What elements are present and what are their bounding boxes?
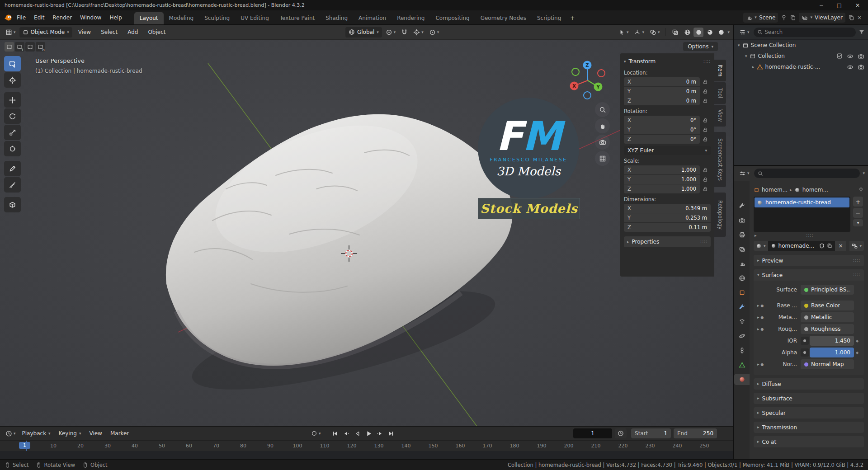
roughness-button[interactable]: Roughness [801,324,854,334]
new-scene-icon[interactable] [790,14,796,21]
select-mode-intersect-icon[interactable]: ∩ [36,42,45,52]
shading-solid-icon[interactable] [693,28,703,37]
workspace-tab-animation[interactable]: Animation [353,12,392,24]
disable-render-camera-icon[interactable] [858,64,864,70]
panel-grip-icon[interactable]: ∷∷ [853,258,860,263]
next-keyframe-icon[interactable] [375,429,385,438]
dimensions-y-field[interactable]: Y0.253 m [624,213,711,222]
normal-map-button[interactable]: Normal Map [801,359,854,369]
scene-selector[interactable]: ▾ Scene [743,13,778,23]
alpha-slider[interactable]: 1.000 [810,348,854,357]
keyframe-decorator-icon[interactable]: ◆ [854,339,860,343]
add-cube-tool[interactable] [4,197,21,212]
current-frame-badge[interactable]: 1 [19,442,30,449]
slot-specials-button[interactable]: ▾ [853,219,863,226]
material-nodes-button[interactable]: ▾ [849,241,864,251]
frame-end-field[interactable]: End250 [674,428,717,438]
selectability-button[interactable]: ▾ [617,29,631,36]
lock-icon[interactable] [700,167,711,173]
rotation-y-field[interactable]: Y0° [624,125,700,134]
surface-panel-header[interactable]: ▾ Surface ∷∷ [754,269,864,281]
panel-grip-icon[interactable]: ∷∷ [853,272,860,278]
outliner-row-object[interactable]: ▸ homemade-rustic-... [734,61,868,72]
metallic-button[interactable]: Metallic [801,312,854,322]
tab-tool[interactable]: Tool [714,82,726,104]
add-workspace-button[interactable]: + [566,12,578,24]
workspace-tab-shading[interactable]: Shading [320,12,353,24]
scale-x-field[interactable]: X1.000 [624,165,700,174]
prev-keyframe-icon[interactable] [341,429,351,438]
lock-icon[interactable] [700,98,711,103]
pivot-point-button[interactable]: ▾ [384,29,398,36]
pan-hand-icon[interactable] [595,118,610,133]
menu-render[interactable]: Render [48,13,76,23]
ior-slider[interactable]: 1.450 [810,336,854,346]
snap-target-button[interactable]: ▾ [411,29,425,36]
overlays-button[interactable]: ▾ [648,29,662,36]
xray-toggle-icon[interactable] [670,29,680,36]
workspace-tab-layout[interactable]: Layout [134,12,164,24]
workspace-tab-rendering[interactable]: Rendering [392,12,430,24]
scale-z-field[interactable]: Z1.000 [624,184,700,193]
tab-screencast-keys[interactable]: Screencast Keys [714,132,726,187]
workspace-tab-modeling[interactable]: Modeling [164,12,199,24]
workspace-tab-sculpting[interactable]: Sculpting [199,12,235,24]
auto-keying-button[interactable]: ▾ [309,430,323,437]
tab-world-properties[interactable] [734,273,750,284]
outliner-row-scene-collection[interactable]: ▾ Scene Collection [734,40,868,51]
editor-type-button[interactable]: ▾ [4,29,18,36]
scale-tool[interactable] [4,125,21,140]
zoom-icon[interactable] [595,102,610,117]
base-color-button[interactable]: Base Color [801,301,854,310]
menu-object[interactable]: Object [144,27,170,37]
rotate-tool[interactable] [4,108,21,124]
rotation-mode-dropdown[interactable]: XYZ Euler ▾ [624,146,711,155]
transform-tool[interactable] [4,141,21,156]
keyframe-decorator-icon[interactable]: ◆ [854,351,860,355]
maximize-button[interactable]: □ [837,2,842,9]
browse-material-button[interactable]: ▾ [754,241,768,251]
ortho-toggle-icon[interactable] [595,151,610,166]
menu-playback[interactable]: Playback▾ [19,428,54,438]
pin-scene-icon[interactable] [781,14,787,21]
lock-icon[interactable] [700,118,711,123]
tab-object-data-properties[interactable] [734,359,750,371]
list-resize-grip-icon[interactable]: ∷∷ [806,233,813,239]
tab-physics-properties[interactable] [734,330,750,342]
measure-tool[interactable] [4,177,21,193]
diffuse-panel-header[interactable]: ▸Diffuse [754,378,864,390]
disable-render-camera-icon[interactable] [858,53,864,60]
select-mode-subtract-icon[interactable]: − [25,42,35,52]
properties-search-input[interactable] [765,170,857,177]
menu-marker[interactable]: Marker [107,428,132,438]
properties-search-field[interactable] [754,169,860,178]
dimensions-z-field[interactable]: Z0.11 m [624,223,711,232]
dimensions-x-field[interactable]: X0.349 m [624,204,711,213]
tab-object-properties[interactable] [734,287,750,298]
material-slot-selected[interactable]: homemade-rustic-bread [755,197,849,207]
hide-eye-icon[interactable] [847,64,854,70]
remove-view-layer-icon[interactable]: × [857,14,862,21]
tab-retopology[interactable]: Retopology [714,193,726,237]
surface-shader-button[interactable]: Principled BS... [801,285,854,295]
scale-y-field[interactable]: Y1.000 [624,175,700,184]
mode-selector[interactable]: Object Mode ▾ [19,27,72,38]
shading-wireframe-icon[interactable] [682,28,692,37]
lock-icon[interactable] [700,136,711,142]
play-icon[interactable] [363,429,374,438]
workspace-tab-compositing[interactable]: Compositing [430,12,475,24]
transform-orientation-selector[interactable]: Global ▾ [345,27,382,38]
workspace-tab-scripting[interactable]: Scripting [532,12,566,24]
snap-toggle-icon[interactable] [399,29,410,36]
search-input[interactable] [765,29,852,35]
location-z-field[interactable]: Z0 m [624,96,700,105]
lock-icon[interactable] [700,79,711,85]
material-name-field[interactable]: homemade... [768,241,835,251]
tab-constraint-properties[interactable] [734,345,750,356]
tab-view[interactable]: View [714,105,726,127]
preview-range-icon[interactable] [615,428,627,438]
material-slot-list[interactable]: homemade-rustic-bread [754,197,850,232]
duplicate-material-icon[interactable] [827,243,832,249]
tab-output-properties[interactable] [734,229,750,240]
workspace-tab-uv-editing[interactable]: UV Editing [235,12,274,24]
